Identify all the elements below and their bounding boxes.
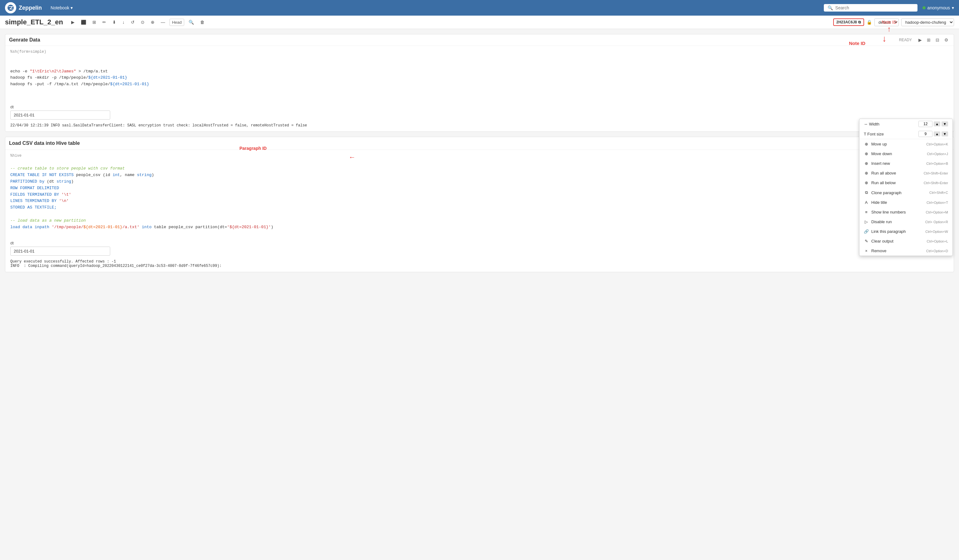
- notebook-menu[interactable]: Notebook ▾: [48, 4, 75, 11]
- zoom-button[interactable]: ⊞: [91, 18, 98, 26]
- paragraph-2-title: Load CSV data into Hive table: [9, 140, 915, 146]
- move-up-shortcut: Ctrl+Option+K: [926, 142, 948, 146]
- download-button[interactable]: ⬇: [110, 18, 118, 26]
- paragraph-1-status: READY: [899, 38, 912, 42]
- move-up-icon: ⊕: [864, 142, 869, 146]
- main-content: Note ID ↓ Genrate Data READY ▶ ⊞ ⊟ ⚙ %sh…: [0, 29, 959, 282]
- para2-form-field: dt: [10, 241, 949, 256]
- clear-shortcut: Ctrl+Option+L: [927, 239, 948, 243]
- run-below-shortcut: Ctrl+Shift+Enter: [924, 181, 948, 185]
- disable-run-shortcut: Ctrl+ Option+R: [925, 220, 948, 224]
- search-input[interactable]: [835, 5, 914, 10]
- user-menu[interactable]: anonymous ▾: [922, 5, 954, 10]
- minus-button[interactable]: —: [159, 18, 167, 26]
- paragraph-1-title: Genrate Data: [9, 37, 897, 43]
- menu-run-below[interactable]: ⊕ Run all below Ctrl+Shift+Enter: [859, 178, 953, 188]
- para1-settings-button[interactable]: ⚙: [943, 37, 950, 43]
- move-down-icon: ⊕: [864, 151, 869, 156]
- lock-icon[interactable]: 🔒: [867, 20, 872, 25]
- comment-1: -- create table to store people with csv…: [10, 166, 125, 171]
- menu-width-row: ↔ Width ▲ ▼: [859, 119, 953, 129]
- width-label: Width: [869, 122, 879, 126]
- brand-logo[interactable]: Zeppelin: [5, 2, 42, 13]
- brand-name: Zeppelin: [19, 5, 42, 11]
- menu-hide-title[interactable]: A Hide title Ctrl+Option+T: [859, 197, 953, 207]
- para1-form-field: dt: [10, 105, 949, 119]
- head-button[interactable]: Head: [169, 19, 184, 26]
- interpreter-1: %sh(form=simple): [10, 49, 949, 54]
- link-para-label: Link this paragraph: [871, 229, 906, 234]
- run-above-shortcut: Ctrl+Shift+Enter: [924, 171, 948, 175]
- username: anonymous: [927, 5, 950, 10]
- stop-button[interactable]: ⬛: [79, 18, 88, 26]
- fontsize-down-button[interactable]: ▼: [941, 131, 948, 137]
- insert-shortcut: Ctrl+Option+B: [926, 162, 948, 165]
- line-numbers-icon: ≡: [864, 210, 869, 215]
- line-numbers-shortcut: Ctrl+Option+M: [926, 210, 948, 214]
- paragraph-1-body: %sh(form=simple) echo -e "1\tEric\n2\tJa…: [5, 46, 954, 131]
- clone-shortcut: Ctrl+Shift+C: [929, 191, 948, 194]
- menu-disable-run[interactable]: ▷ Disable run Ctrl+ Option+R: [859, 217, 953, 227]
- move-down-shortcut: Ctrl+Option+J: [927, 152, 948, 156]
- edit-button[interactable]: ✏: [100, 18, 108, 26]
- hide-title-icon: A: [864, 200, 869, 205]
- width-down-button[interactable]: ▼: [941, 121, 948, 126]
- interpreter-2: %hive: [10, 154, 949, 158]
- menu-move-up[interactable]: ⊕ Move up Ctrl+Option+K: [859, 139, 953, 149]
- para1-field-input[interactable]: [10, 110, 110, 119]
- context-menu: ↔ Width ▲ ▼ T Font size ▲ ▼ ⊕ Move up Ct…: [859, 119, 953, 256]
- cluster-select[interactable]: hadoop-demo-chufeng: [901, 18, 954, 26]
- link-button[interactable]: ⊕: [149, 18, 156, 26]
- width-icon: ↔: [864, 122, 868, 126]
- remove-shortcut: Ctrl+Option+D: [926, 249, 948, 253]
- fontsize-label: Font size: [867, 132, 884, 137]
- refresh-button[interactable]: ↺: [129, 18, 136, 26]
- clear-label: Clear output: [871, 239, 894, 243]
- export-button[interactable]: ↓: [121, 18, 126, 26]
- clone-label: Clone paragraph: [871, 191, 902, 195]
- permission-select[interactable]: default: [875, 18, 899, 26]
- disable-run-icon: ▷: [864, 220, 869, 224]
- menu-move-down[interactable]: ⊕ Move down Ctrl+Option+J: [859, 149, 953, 159]
- width-value[interactable]: [918, 121, 932, 127]
- note-id-badge: 2H23AC6J8 ⧉: [833, 18, 864, 26]
- version-button[interactable]: ⊙: [139, 18, 147, 26]
- menu-insert-new[interactable]: ⊕ Insert new Ctrl+Option+B: [859, 159, 953, 168]
- para2-field-input[interactable]: [10, 247, 110, 256]
- svg-point-0: [8, 5, 14, 11]
- disable-run-label: Disable run: [871, 220, 892, 224]
- fontsize-up-button[interactable]: ▲: [934, 131, 940, 137]
- paragraph-1-header: Genrate Data READY ▶ ⊞ ⊟ ⚙: [5, 34, 954, 46]
- width-up-button[interactable]: ▲: [934, 121, 940, 126]
- run-below-label: Run all below: [871, 180, 895, 185]
- fontsize-value[interactable]: [918, 131, 932, 137]
- para1-expand-button[interactable]: ⊞: [925, 37, 932, 43]
- search-para-button[interactable]: 🔍: [187, 18, 196, 26]
- menu-clone[interactable]: ⧉ Clone paragraph Ctrl+Shift+C: [859, 188, 953, 197]
- menu-link-para[interactable]: 🔗 Link this paragraph Ctrl+Option+W: [859, 227, 953, 236]
- code-block-1: echo -e "1\tEric\n2\tJames" > /tmp/a.txt…: [10, 55, 949, 101]
- insert-icon: ⊕: [864, 161, 869, 166]
- remove-icon: ×: [864, 248, 869, 253]
- link-para-shortcut: Ctrl+Option+W: [925, 230, 948, 234]
- notebook-toolbar: simple_ETL_2_en ▶ ⬛ ⊞ ✏ ⬇ ↓ ↺ ⊙ ⊕ — Head…: [0, 16, 959, 29]
- user-chevron-icon: ▾: [952, 5, 954, 10]
- clone-icon: ⧉: [864, 190, 869, 195]
- copy-icon[interactable]: ⧉: [858, 20, 861, 24]
- para1-run-button[interactable]: ▶: [917, 37, 923, 43]
- menu-clear-output[interactable]: ✎ Clear output Ctrl+Option+L: [859, 236, 953, 246]
- menu-remove[interactable]: × Remove Ctrl+Option+D: [859, 246, 953, 256]
- para1-output: 22/04/30 12:21:39 INFO sasl.SaslDataTran…: [10, 123, 949, 128]
- run-below-icon: ⊕: [864, 180, 869, 185]
- run-all-button[interactable]: ▶: [69, 18, 76, 26]
- delete-notebook-button[interactable]: 🗑: [198, 18, 206, 26]
- fontsize-icon: T: [864, 132, 866, 137]
- search-box[interactable]: 🔍: [824, 4, 918, 11]
- notebook-meta: 2H23AC6J8 ⧉ 🔒 default hadoop-demo-chufen…: [833, 18, 954, 26]
- paragraph-2-header: Load CSV data into Hive table ▶ ⊞ ⊟ ⚙ Co…: [5, 137, 954, 150]
- para2-field-label: dt: [10, 241, 949, 245]
- para1-layout-button[interactable]: ⊟: [934, 37, 941, 43]
- navbar: Zeppelin Notebook ▾ 🔍 anonymous ▾: [0, 0, 959, 16]
- menu-line-numbers[interactable]: ≡ Show line numbers Ctrl+Option+M: [859, 207, 953, 217]
- menu-run-above[interactable]: ⊕ Run all above Ctrl+Shift+Enter: [859, 168, 953, 178]
